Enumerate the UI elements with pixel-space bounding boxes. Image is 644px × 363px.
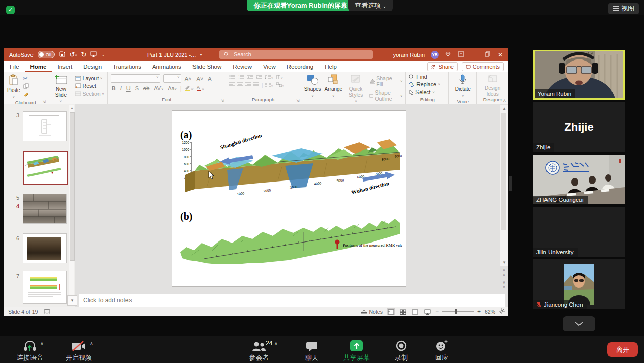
normal-view-button[interactable] <box>387 308 395 315</box>
clipboard-dialog-launcher[interactable]: ⇲ <box>43 100 46 104</box>
decrease-indent-icon[interactable] <box>247 74 253 80</box>
account-avatar[interactable]: YR <box>431 51 439 59</box>
start-video-button[interactable]: ∧ 开启视频 <box>57 339 101 362</box>
slide-thumbnail-5[interactable] <box>23 194 67 224</box>
tab-home[interactable]: Home <box>25 61 52 72</box>
shadow-icon[interactable]: S <box>134 85 140 92</box>
redo-icon[interactable]: ↻ <box>81 51 87 58</box>
previous-slide-button[interactable]: ∧∧ <box>500 268 508 277</box>
slide-thumbnail-4[interactable] <box>23 151 68 185</box>
leave-meeting-button[interactable]: 离开 <box>607 342 638 357</box>
participant-tile-zhijie[interactable]: Zhijie Zhijie <box>533 102 625 152</box>
design-ideas-button[interactable]: Design Ideas <box>480 74 505 97</box>
undo-icon[interactable]: ↺˅ <box>70 51 77 58</box>
increase-indent-icon[interactable] <box>256 74 262 80</box>
zoom-out-button[interactable]: − <box>435 308 439 315</box>
zoom-slider[interactable] <box>442 311 474 312</box>
section-button[interactable]: Section˅ <box>75 90 104 97</box>
align-left-icon[interactable] <box>229 82 235 88</box>
highlight-color-icon[interactable]: ˅ <box>184 85 194 92</box>
reset-button[interactable]: Reset <box>75 83 96 89</box>
panel-resize-handle[interactable] <box>509 176 512 191</box>
replace-button[interactable]: bReplace˅ <box>409 81 440 87</box>
audio-options-caret[interactable]: ∧ <box>40 341 44 346</box>
gallery-view-button[interactable]: 视图 <box>608 3 639 14</box>
participants-button[interactable]: 24∧ 参会者 <box>244 339 274 362</box>
chat-button[interactable]: 聊天 <box>299 339 325 362</box>
record-button[interactable]: 录制 <box>388 339 414 362</box>
security-shield-icon[interactable]: ✓ <box>6 6 15 14</box>
share-screen-button[interactable]: 共享屏幕 <box>339 339 374 362</box>
slide-thumbnail-3[interactable] <box>23 111 67 141</box>
tab-file[interactable]: File <box>4 61 25 72</box>
clear-formatting-icon[interactable]: A <box>207 76 212 82</box>
slide-area-scrollbar[interactable]: ▲▼ <box>500 105 508 266</box>
tab-recording[interactable]: Recording <box>281 61 319 72</box>
columns-icon[interactable]: ˅ <box>265 82 273 88</box>
align-center-icon[interactable] <box>237 82 243 88</box>
quick-styles-button[interactable]: Quick Styles˅ <box>345 74 366 104</box>
change-case-icon[interactable]: Aa˅ <box>167 85 178 92</box>
cut-icon[interactable]: ✂ <box>23 75 29 82</box>
title-dropdown-icon[interactable]: ▾ <box>200 52 202 57</box>
view-options-dropdown[interactable]: 查看选项 ⌄ <box>348 0 393 11</box>
line-spacing-icon[interactable]: ˅ <box>265 74 273 80</box>
notes-pane[interactable]: Click to add notes <box>79 294 505 307</box>
shrink-font-icon[interactable]: A˅ <box>195 76 204 82</box>
font-dialog-launcher[interactable]: ⇲ <box>221 99 224 103</box>
reactions-button[interactable]: 回应 <box>429 339 455 362</box>
grow-font-icon[interactable]: A˄ <box>184 76 193 82</box>
collapse-panel-button[interactable] <box>563 316 595 331</box>
new-slide-button[interactable]: New Slide˅ <box>50 74 71 104</box>
notes-toggle-button[interactable]: Notes <box>361 309 383 315</box>
slideshow-view-button[interactable] <box>423 308 432 315</box>
character-spacing-icon[interactable]: AV˅ <box>153 85 164 92</box>
share-button[interactable]: Share <box>427 62 457 71</box>
accessibility-icon[interactable] <box>44 309 50 315</box>
participants-caret[interactable]: ∧ <box>274 341 278 346</box>
align-right-icon[interactable] <box>245 82 251 88</box>
tab-animations[interactable]: Animations <box>147 61 187 72</box>
next-slide-button[interactable]: ∨∨ <box>500 280 508 289</box>
layout-button[interactable]: Layout˅ <box>75 75 103 81</box>
restore-button[interactable] <box>484 51 491 58</box>
autosave-toggle[interactable]: Off <box>38 51 55 58</box>
participant-tile-jiancong[interactable]: Jiancong Chen <box>533 259 625 309</box>
bullets-icon[interactable] <box>229 74 236 80</box>
copy-icon[interactable] <box>23 83 29 90</box>
tab-slide-show[interactable]: Slide Show <box>187 61 228 72</box>
bold-icon[interactable]: B <box>111 85 117 92</box>
fit-slide-button[interactable] <box>499 308 505 315</box>
zoom-level[interactable]: 62% <box>485 309 495 315</box>
dictate-button[interactable]: Dictate˅ <box>455 74 471 99</box>
thumbnail-scrollbar[interactable]: ▲ <box>69 105 74 298</box>
tab-design[interactable]: Design <box>78 61 107 72</box>
document-title[interactable]: Part 1 JLU 2021 -... <box>147 52 196 58</box>
zoom-in-button[interactable]: + <box>477 308 481 315</box>
tab-help[interactable]: Help <box>319 61 342 72</box>
participant-tile-jilin[interactable]: Jilin University <box>533 207 625 257</box>
tab-view[interactable]: View <box>257 61 281 72</box>
format-painter-icon[interactable] <box>23 92 29 98</box>
video-options-caret[interactable]: ∧ <box>90 341 93 346</box>
account-name[interactable]: yoram Rubin <box>393 52 425 58</box>
font-name-combo[interactable] <box>111 74 160 83</box>
paragraph-dialog-launcher[interactable]: ⇲ <box>296 99 300 103</box>
italic-icon[interactable]: I <box>119 85 123 92</box>
save-icon[interactable] <box>59 51 66 58</box>
slide-canvas[interactable]: (a) 1200 1000 800 600 400 200 0 <box>172 110 406 287</box>
text-direction-icon[interactable]: ˅ <box>276 74 283 80</box>
slide-thumbnail-7[interactable] <box>23 271 67 304</box>
shape-fill-button[interactable]: Shape Fill˅ <box>369 75 402 87</box>
slide-thumbnail-6[interactable] <box>23 233 67 263</box>
underline-icon[interactable]: U <box>125 85 132 92</box>
paste-button[interactable]: Paste˅ <box>7 74 20 100</box>
shape-outline-button[interactable]: Shape Outline˅ <box>369 89 402 102</box>
font-color-icon[interactable]: A˅ <box>196 85 204 92</box>
close-button[interactable]: ✕ <box>497 51 504 58</box>
justify-icon[interactable] <box>253 82 259 88</box>
find-button[interactable]: Find <box>409 74 427 80</box>
notes-splitter-button[interactable]: ▾ <box>67 295 77 306</box>
teaching-callout-icon[interactable] <box>458 51 464 58</box>
shapes-button[interactable]: Shapes˅ <box>304 74 321 99</box>
